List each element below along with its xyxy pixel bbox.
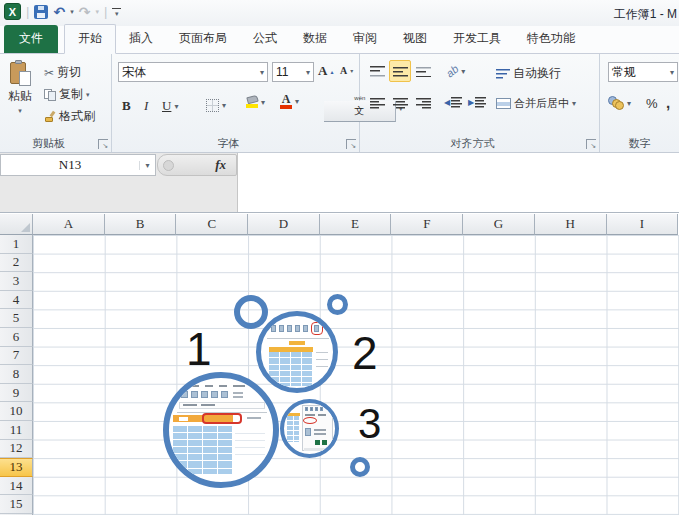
tab-view[interactable]: 视图 — [390, 25, 440, 53]
tab-data[interactable]: 数据 — [290, 25, 340, 53]
increase-indent-button[interactable]: ▶ — [468, 97, 486, 108]
name-box[interactable]: N13 ▾ — [0, 154, 156, 176]
step-1-number: 1 — [186, 322, 212, 376]
shrink-font-button[interactable]: A▾ — [340, 65, 353, 76]
number-format-combo[interactable]: 常规 ▾ — [608, 62, 678, 82]
font-size-value: 11 — [276, 65, 306, 79]
cut-button[interactable]: ✂ 剪切 — [44, 64, 81, 81]
bold-icon: B — [122, 98, 131, 114]
tab-formulas[interactable]: 公式 — [240, 25, 290, 53]
mini-screenshot — [261, 316, 333, 388]
font-name-combo[interactable]: 宋体 ▾ — [118, 62, 268, 82]
brush-icon — [44, 111, 56, 123]
tutorial-picture-overlay[interactable]: 1 2 3 — [0, 214, 679, 515]
borders-icon — [206, 99, 219, 112]
font-color-icon: A — [280, 94, 292, 109]
redo-icon[interactable]: ↷ — [79, 5, 91, 19]
align-right-button[interactable] — [412, 92, 434, 114]
alignment-group-label: 对齐方式 — [360, 136, 585, 151]
borders-button[interactable]: ▾ — [206, 99, 226, 112]
tab-file[interactable]: 文件 — [4, 25, 58, 53]
font-size-combo[interactable]: 11 ▾ — [272, 62, 314, 82]
chevron-down-icon[interactable]: ▾ — [572, 99, 576, 108]
name-box-value: N13 — [1, 157, 139, 173]
tab-review[interactable]: 审阅 — [340, 25, 390, 53]
formula-input[interactable] — [239, 153, 679, 212]
insert-function-area: fx — [157, 154, 237, 176]
paste-button[interactable]: 粘贴 ▾ — [8, 60, 32, 115]
chevron-down-icon[interactable]: ▾ — [295, 97, 299, 106]
align-middle-icon — [393, 66, 408, 77]
redo-dropdown-icon: ▾ — [95, 8, 99, 16]
decorative-circle-icon — [350, 457, 370, 477]
tab-special-features[interactable]: 特色功能 — [514, 25, 588, 53]
decrease-indent-button[interactable]: ◀ — [444, 97, 462, 108]
undo-dropdown-icon[interactable]: ▾ — [70, 8, 74, 16]
tab-page-layout[interactable]: 页面布局 — [166, 25, 240, 53]
chevron-down-icon[interactable]: ▾ — [139, 161, 155, 170]
formula-bar: N13 ▾ fx — [0, 153, 679, 213]
highlight-red-ellipse — [303, 417, 317, 424]
clipboard-dialog-launcher-icon[interactable]: ↘ — [98, 139, 108, 149]
font-color-button[interactable]: A ▾ — [280, 94, 299, 109]
align-center-icon — [393, 98, 408, 109]
align-bottom-button[interactable] — [412, 60, 434, 82]
percent-style-button[interactable]: % — [646, 96, 658, 111]
font-dialog-launcher-icon[interactable]: ↘ — [346, 139, 356, 149]
underline-button[interactable]: U ▾ — [162, 98, 178, 114]
number-format-value: 常规 — [612, 64, 670, 81]
customize-qat-icon[interactable]: ▾ — [112, 8, 121, 16]
save-icon[interactable] — [34, 5, 48, 19]
align-right-icon — [416, 98, 431, 109]
chevron-down-icon[interactable]: ▾ — [627, 99, 631, 108]
copy-icon — [44, 89, 56, 101]
step-1-bubble-screenshot — [163, 372, 279, 488]
font-group: 宋体 ▾ 11 ▾ A▴ A▾ B I U ▾ ▾ — [112, 54, 360, 152]
number-group-label: 数字 — [600, 136, 679, 151]
insert-function-button[interactable]: fx — [215, 157, 226, 173]
align-top-button[interactable] — [366, 60, 388, 82]
chevron-down-icon[interactable]: ▾ — [261, 98, 265, 107]
italic-button[interactable]: I — [144, 98, 148, 114]
copy-label: 复制 — [59, 86, 83, 103]
comma-style-button[interactable]: , — [666, 94, 670, 111]
align-left-button[interactable] — [366, 92, 388, 114]
copy-button[interactable]: 复制 ▾ — [44, 86, 90, 103]
chevron-down-icon[interactable]: ▾ — [670, 68, 674, 77]
tab-home[interactable]: 开始 — [64, 24, 116, 54]
chevron-down-icon[interactable]: ▾ — [260, 68, 264, 77]
paste-dropdown-icon[interactable]: ▾ — [18, 107, 22, 115]
wrap-text-button[interactable]: 自动换行 — [496, 65, 561, 82]
align-middle-button[interactable] — [389, 60, 411, 82]
font-group-label: 字体 — [112, 136, 345, 151]
chevron-down-icon[interactable]: ▾ — [222, 101, 226, 110]
decrease-indent-icon: ◀ — [444, 98, 450, 107]
chevron-down-icon[interactable]: ▾ — [306, 68, 310, 77]
chevron-down-icon[interactable]: ▾ — [461, 67, 465, 76]
title-bar: X | ↶ ▾ ↷ ▾ | ▾ 工作簿1 - M — [0, 0, 679, 26]
wrap-text-label: 自动换行 — [513, 65, 561, 82]
step-3-number: 3 — [358, 400, 381, 448]
alignment-group: ab ▾ 自动换行 ◀ ▶ 合并后居中 ▾ 对齐方式 ↘ — [360, 54, 600, 152]
format-painter-button[interactable]: 格式刷 — [44, 108, 95, 125]
copy-dropdown-icon[interactable]: ▾ — [86, 91, 90, 99]
bold-button[interactable]: B — [122, 98, 131, 114]
excel-logo-icon[interactable]: X — [4, 3, 21, 20]
align-center-button[interactable] — [389, 92, 411, 114]
shrink-font-icon: A — [340, 65, 347, 76]
worksheet-grid: A B C D E F G H I 1 2 3 4 5 6 7 8 9 10 1… — [0, 214, 679, 515]
orientation-button[interactable]: ab ▾ — [446, 65, 465, 77]
ribbon-tab-bar: 文件 开始 插入 页面布局 公式 数据 审阅 视图 开发工具 特色功能 — [0, 26, 679, 54]
ribbon: 粘贴 ▾ ✂ 剪切 复制 ▾ 格式刷 剪贴板 ↘ 宋体 ▾ — [0, 54, 679, 153]
number-group: 常规 ▾ ▾ % , 数字 — [600, 54, 679, 152]
fill-color-button[interactable]: ▾ — [246, 96, 265, 108]
chevron-down-icon[interactable]: ▾ — [174, 102, 178, 111]
merge-center-label: 合并后居中 — [514, 96, 569, 111]
undo-icon[interactable]: ↶ — [53, 5, 65, 19]
grow-font-button[interactable]: A▴ — [318, 63, 333, 79]
alignment-dialog-launcher-icon[interactable]: ↘ — [586, 139, 596, 149]
merge-center-button[interactable]: 合并后居中 ▾ — [496, 96, 576, 111]
accounting-format-button[interactable]: ▾ — [608, 96, 631, 110]
tab-developer[interactable]: 开发工具 — [440, 25, 514, 53]
tab-insert[interactable]: 插入 — [116, 25, 166, 53]
